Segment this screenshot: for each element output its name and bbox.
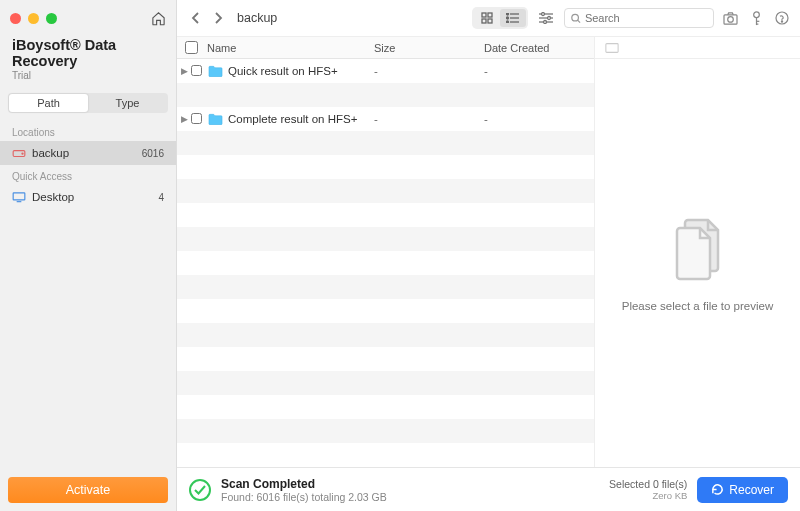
recover-icon <box>711 483 724 496</box>
table-row-empty <box>177 395 594 419</box>
svg-rect-2 <box>13 193 25 200</box>
sidebar-item-count: 4 <box>158 192 164 203</box>
view-list-button[interactable] <box>500 9 526 27</box>
preview-header <box>595 37 800 59</box>
disclosure-icon[interactable]: ▶ <box>177 114 191 124</box>
nav-forward-button[interactable] <box>209 9 227 27</box>
preview-message: Please select a file to preview <box>622 300 774 312</box>
row-size: - <box>374 65 484 77</box>
search-input[interactable] <box>585 12 707 24</box>
row-date: - <box>484 113 594 125</box>
table-row-empty <box>177 419 594 443</box>
close-window-button[interactable] <box>10 13 21 24</box>
app-title: iBoysoft® Data Recovery <box>12 37 164 69</box>
svg-rect-4 <box>488 13 492 17</box>
row-size: - <box>374 113 484 125</box>
selected-count: Selected 0 file(s) <box>609 478 687 490</box>
row-date: - <box>484 65 594 77</box>
footer: Scan Completed Found: 6016 file(s) total… <box>177 467 800 511</box>
column-name[interactable]: Name <box>205 42 374 54</box>
svg-rect-29 <box>606 43 618 52</box>
svg-point-10 <box>507 13 509 15</box>
filter-button[interactable] <box>536 12 556 24</box>
home-icon[interactable] <box>151 11 166 26</box>
help-icon[interactable] <box>774 10 790 26</box>
header-checkbox[interactable] <box>177 41 205 54</box>
sidebar-item-label: Desktop <box>32 191 74 203</box>
svg-point-1 <box>22 153 23 154</box>
recover-button[interactable]: Recover <box>697 477 788 503</box>
activate-button[interactable]: Activate <box>8 477 168 503</box>
row-name: Quick result on HFS+ <box>228 65 374 77</box>
window-controls <box>10 13 57 24</box>
table-row-empty <box>177 371 594 395</box>
table-row-empty <box>177 179 594 203</box>
svg-rect-6 <box>488 19 492 23</box>
table-row[interactable]: ▶ Quick result on HFS+ - - <box>177 59 594 83</box>
svg-rect-3 <box>482 13 486 17</box>
main-pane: backup <box>177 0 800 511</box>
sidebar-tabs: Path Type <box>8 93 168 113</box>
svg-point-19 <box>572 14 579 21</box>
file-list-pane: Name Size Date Created ▶ Quick result on… <box>177 37 595 467</box>
column-date[interactable]: Date Created <box>484 42 594 54</box>
sidebar-item-count: 6016 <box>142 148 164 159</box>
svg-point-16 <box>542 13 545 16</box>
section-locations-label: Locations <box>0 121 176 141</box>
recover-label: Recover <box>729 483 774 497</box>
status-detail: Found: 6016 file(s) totaling 2.03 GB <box>221 491 387 503</box>
tab-type[interactable]: Type <box>88 94 167 112</box>
view-mode-segment <box>472 7 528 29</box>
svg-point-28 <box>781 21 782 22</box>
status-check-icon <box>189 479 211 501</box>
column-size[interactable]: Size <box>374 42 484 54</box>
key-icon[interactable] <box>748 10 764 26</box>
desktop-icon <box>12 190 26 204</box>
search-icon <box>571 13 581 24</box>
search-box[interactable] <box>564 8 714 28</box>
app-title-block: iBoysoft® Data Recovery Trial <box>0 37 176 83</box>
app-window: iBoysoft® Data Recovery Trial Path Type … <box>0 0 800 511</box>
disclosure-icon[interactable]: ▶ <box>177 66 191 76</box>
table-row-empty <box>177 323 594 347</box>
maximize-window-button[interactable] <box>46 13 57 24</box>
minimize-window-button[interactable] <box>28 13 39 24</box>
camera-icon[interactable] <box>722 10 738 26</box>
selected-size: Zero KB <box>609 490 687 501</box>
topbar: backup <box>177 0 800 37</box>
table-row-empty <box>177 83 594 107</box>
svg-point-11 <box>507 17 509 19</box>
table-row-empty <box>177 155 594 179</box>
sidebar-item-backup[interactable]: backup 6016 <box>0 141 176 165</box>
table-row-empty <box>177 251 594 275</box>
row-checkbox[interactable] <box>191 65 205 78</box>
sidebar-item-label: backup <box>32 147 69 159</box>
table-row-empty <box>177 275 594 299</box>
trial-label: Trial <box>12 70 164 81</box>
column-header: Name Size Date Created <box>177 37 594 59</box>
selected-info: Selected 0 file(s) Zero KB <box>609 478 687 501</box>
preview-placeholder-icon <box>605 42 619 54</box>
view-grid-button[interactable] <box>474 9 500 27</box>
svg-point-12 <box>507 21 509 23</box>
content-area: Name Size Date Created ▶ Quick result on… <box>177 37 800 467</box>
section-quick-label: Quick Access <box>0 165 176 185</box>
folder-icon <box>207 64 223 78</box>
svg-point-18 <box>544 21 547 24</box>
preview-body: Please select a file to preview <box>595 59 800 467</box>
titlebar <box>0 0 176 37</box>
sidebar-item-desktop[interactable]: Desktop 4 <box>0 185 176 209</box>
table-row[interactable]: ▶ Complete result on HFS+ - - <box>177 107 594 131</box>
svg-point-23 <box>753 11 759 17</box>
toolbar-icons <box>722 10 790 26</box>
table-row-empty <box>177 131 594 155</box>
table-row-empty <box>177 347 594 371</box>
status-text: Scan Completed Found: 6016 file(s) total… <box>221 477 387 503</box>
svg-point-17 <box>548 17 551 20</box>
nav-back-button[interactable] <box>187 9 205 27</box>
row-checkbox[interactable] <box>191 113 205 126</box>
tab-path[interactable]: Path <box>9 94 88 112</box>
svg-point-22 <box>727 16 733 22</box>
nav-buttons <box>187 9 227 27</box>
documents-icon <box>668 214 728 282</box>
